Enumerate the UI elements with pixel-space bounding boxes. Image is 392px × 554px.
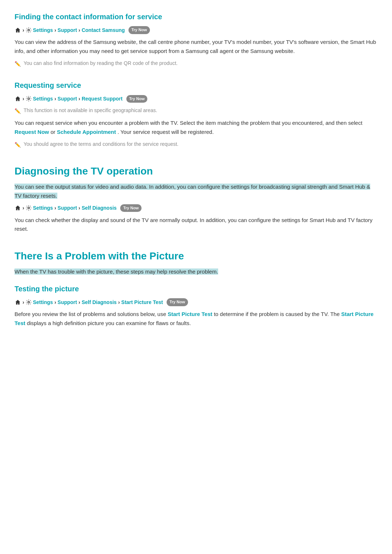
breadcrumb-sep-3: › [78, 26, 80, 34]
breadcrumb-start-picture-test[interactable]: Start Picture Test [121, 298, 163, 306]
section-requesting-service: Requesting service › Settings › Support … [15, 79, 377, 149]
body-text-diagnosing-tv-highlighted: You can see the output status for video … [15, 182, 377, 201]
try-now-badge-1[interactable]: Try Now [128, 26, 150, 34]
body-text-problem-picture-highlighted: When the TV has trouble with the picture… [15, 267, 377, 276]
body-text-testing-picture-middle: to determine if the problem is caused by… [214, 311, 341, 317]
body-text-or: or [50, 129, 57, 135]
try-now-badge-2[interactable]: Try Now [126, 95, 148, 103]
breadcrumb-sep-11: › [54, 298, 56, 306]
section-diagnosing-tv: Diagnosing the TV operation You can see … [15, 163, 377, 234]
section-title-problem-picture: There Is a Problem with the Picture [15, 248, 377, 264]
breadcrumb-contact-samsung[interactable]: Contact Samsung [82, 26, 125, 34]
section-title-requesting-service: Requesting service [15, 79, 377, 91]
try-now-badge-3[interactable]: Try Now [120, 204, 142, 212]
try-now-badge-4[interactable]: Try Now [167, 298, 188, 306]
home-icon [15, 27, 21, 33]
breadcrumb-sep-1: › [23, 26, 24, 34]
note-text-2: This function is not available in specif… [24, 107, 157, 114]
gear-icon-4 [26, 299, 32, 305]
breadcrumb-sep-4: › [23, 95, 24, 103]
section-testing-picture: Testing the picture › Settings › Support… [15, 283, 377, 328]
breadcrumb-sep-10: › [23, 298, 24, 306]
pencil-icon-3: ✏️ [15, 141, 21, 149]
breadcrumb-settings-4[interactable]: Settings [33, 298, 53, 306]
breadcrumb-support-2[interactable]: Support [58, 95, 77, 103]
link-start-picture-test-1[interactable]: Start Picture Test [168, 311, 212, 317]
body-text-testing-picture: Before you review the list of problems a… [15, 310, 377, 328]
breadcrumb-requesting-service: › Settings › Support › Request Support T… [15, 95, 377, 103]
section-title-testing-picture: Testing the picture [15, 283, 377, 295]
breadcrumb-diagnosing-tv: › Settings › Support › Self Diagnosis Tr… [15, 204, 377, 212]
section-problem-picture: There Is a Problem with the Picture When… [15, 248, 377, 328]
breadcrumb-sep-9: › [78, 204, 80, 212]
gear-icon-3 [26, 205, 32, 211]
highlighted-body-diagnosing: You can see the output status for video … [15, 184, 370, 199]
body-text-finding-contact: You can view the address of the Samsung … [15, 38, 377, 56]
home-icon-2 [15, 96, 21, 102]
breadcrumb-sep-8: › [54, 204, 56, 212]
pencil-icon-2: ✏️ [15, 107, 21, 115]
note-row-2: ✏️ This function is not available in spe… [15, 107, 377, 115]
highlighted-body-problem-picture: When the TV has trouble with the picture… [15, 268, 218, 275]
body-text-requesting-service-part2: . Your service request will be registere… [118, 129, 214, 135]
breadcrumb-support-4[interactable]: Support [58, 298, 77, 306]
breadcrumb-support-3[interactable]: Support [58, 204, 77, 212]
note-row-1: ✏️ You can also find information by read… [15, 59, 377, 68]
breadcrumb-self-diagnosis-2[interactable]: Self Diagnosis [82, 298, 117, 306]
breadcrumb-sep-12: › [78, 298, 80, 306]
pencil-icon-1: ✏️ [15, 60, 21, 68]
section-finding-contact: Finding the contact information for serv… [15, 11, 377, 68]
link-request-now[interactable]: Request Now [15, 129, 49, 135]
body-text-requesting-service: You can request service when you encount… [15, 119, 377, 137]
breadcrumb-self-diagnosis-1[interactable]: Self Diagnosis [82, 204, 117, 212]
home-icon-3 [15, 205, 21, 211]
section-title-diagnosing-tv: Diagnosing the TV operation [15, 163, 377, 180]
breadcrumb-sep-7: › [23, 204, 24, 212]
note-text-3: You should agree to the terms and condit… [24, 140, 179, 148]
breadcrumb-finding-contact: › Settings › Support › Contact Samsung T… [15, 26, 377, 34]
body-text-testing-picture-part1: Before you review the list of problems a… [15, 311, 168, 317]
body-text-testing-picture-after: displays a high definition picture you c… [27, 320, 191, 326]
breadcrumb-sep-2: › [54, 26, 56, 34]
breadcrumb-settings-1[interactable]: Settings [33, 26, 53, 34]
gear-icon-1 [26, 27, 32, 33]
home-icon-4 [15, 299, 21, 305]
gear-icon-2 [26, 96, 32, 102]
breadcrumb-settings-2[interactable]: Settings [33, 95, 53, 103]
breadcrumb-sep-6: › [78, 95, 80, 103]
breadcrumb-settings-3[interactable]: Settings [33, 204, 53, 212]
breadcrumb-testing-picture: › Settings › Support › Self Diagnosis › … [15, 298, 377, 306]
body-text-diagnosing-tv: You can check whether the display and so… [15, 216, 377, 234]
body-text-requesting-service-part1: You can request service when you encount… [15, 120, 362, 126]
breadcrumb-sep-13: › [118, 298, 120, 306]
breadcrumb-sep-5: › [54, 95, 56, 103]
section-title-finding-contact: Finding the contact information for serv… [15, 11, 377, 22]
breadcrumb-request-support[interactable]: Request Support [82, 95, 123, 103]
note-row-3: ✏️ You should agree to the terms and con… [15, 140, 377, 149]
link-schedule-appointment[interactable]: Schedule Appointment [57, 129, 116, 135]
breadcrumb-support-1[interactable]: Support [58, 26, 77, 34]
note-text-1: You can also find information by reading… [24, 59, 177, 67]
